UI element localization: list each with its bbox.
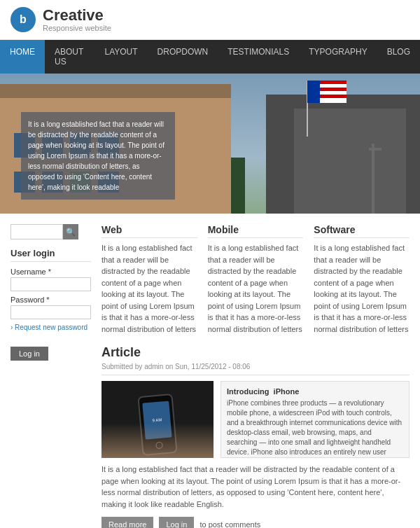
sidebar: 🔍 User login Username * Password * › Req… [10, 224, 91, 528]
username-input[interactable] [10, 277, 91, 291]
password-group: Password * [10, 296, 91, 319]
read-more-button[interactable]: Read more [102, 517, 153, 528]
feature-columns: Web It is a long established fact that a… [102, 224, 410, 335]
hero-section: It is a long established fact that a rea… [0, 74, 420, 214]
password-input[interactable] [10, 305, 91, 319]
username-group: Username * [10, 268, 91, 291]
web-title: Web [102, 224, 197, 238]
article-body: 9 AM Introducing ‌ iPhone iPhone combine… [102, 381, 410, 458]
article-image: 9 AM [102, 381, 214, 458]
main-content: Web It is a long established fact that a… [102, 224, 410, 528]
article-intro-box: Introducing ‌ iPhone iPhone combines thr… [220, 381, 410, 458]
software-title: Software [314, 224, 410, 238]
mobile-title: Mobile [208, 224, 304, 238]
site-subtitle: Responsive website [43, 24, 111, 32]
search-button[interactable]: 🔍 [63, 224, 78, 239]
user-login-form: User login Username * Password * › Reque… [10, 248, 91, 361]
forgot-password-link[interactable]: › Request new password [10, 324, 91, 331]
article-section: Article Submitted by admin on Sun, 11/25… [102, 345, 410, 528]
nav-dropdown[interactable]: DROPDOWN [148, 40, 218, 74]
login-button[interactable]: Log in [10, 347, 48, 361]
logo-letter: b [20, 13, 27, 26]
search-input[interactable] [10, 224, 63, 239]
nav-layout[interactable]: LAYOUT [94, 40, 147, 74]
hero-overlay: It is a long established fact that a rea… [21, 112, 175, 200]
site-title: Creative [43, 7, 111, 24]
article-meta: Submitted by admin on Sun, 11/25/2012 - … [102, 363, 410, 375]
article-title: Article [102, 345, 410, 360]
username-label: Username * [10, 268, 91, 276]
nav-home[interactable]: HOME [0, 40, 45, 74]
header: b Creative Responsive website [0, 0, 420, 40]
intro-box: Introducing ‌ iPhone iPhone combines thr… [220, 381, 410, 458]
mobile-body: It is a long established fact that a rea… [208, 242, 304, 335]
content-area: 🔍 User login Username * Password * › Req… [0, 214, 420, 528]
main-nav: HOME ABOUT US LAYOUT DROPDOWN TESTIMONIA… [0, 40, 420, 74]
article-text: It is a long established fact that a rea… [102, 464, 410, 510]
nav-about[interactable]: ABOUT US [45, 40, 94, 74]
logo-icon: b [10, 7, 36, 32]
mobile-column: Mobile It is a long established fact tha… [208, 224, 304, 335]
intro-title: Introducing ‌ iPhone [227, 387, 403, 396]
web-body: It is a long established fact that a rea… [102, 242, 197, 335]
password-label: Password * [10, 296, 91, 304]
nav-testimonials[interactable]: TESTIMONIALS [218, 40, 299, 74]
search-box: 🔍 [10, 224, 91, 239]
nav-typography[interactable]: TYPOGRAPHY [299, 40, 377, 74]
software-body: It is a long established fact that a rea… [314, 242, 410, 335]
site-branding: Creative Responsive website [43, 7, 111, 32]
search-icon: 🔍 [66, 228, 76, 237]
nav-blog[interactable]: BLOG [377, 40, 420, 74]
web-column: Web It is a long established fact that a… [102, 224, 197, 335]
login-title: User login [10, 248, 91, 262]
intro-body: iPhone combines three products — a revol… [227, 398, 403, 458]
article-actions: Read more Log in to post comments [102, 517, 410, 528]
article-login-button[interactable]: Log in [159, 517, 194, 528]
software-column: Software It is a long established fact t… [314, 224, 410, 335]
post-comments-text: to post comments [200, 520, 260, 528]
